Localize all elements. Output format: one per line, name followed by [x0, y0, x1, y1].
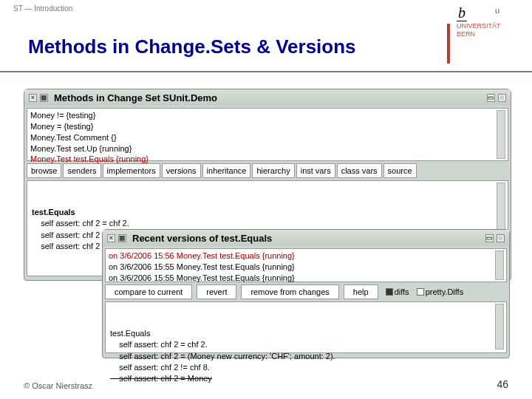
expand-icon[interactable]: ○	[497, 234, 505, 242]
scrollbar[interactable]	[495, 250, 504, 280]
footer-page-number: 46	[497, 378, 508, 390]
methods-list[interactable]: Money != {testing}Money = {testing}Money…	[27, 108, 508, 161]
close-icon[interactable]: ×	[107, 234, 115, 242]
slide-header: ST — Introduction Methods in Change.Sets…	[0, 0, 532, 72]
code-method-name: test.Equals	[32, 207, 503, 218]
list-item[interactable]: Money.Test set.Up {running}	[30, 143, 505, 154]
code-line: self assert: chf 2 = (Money new currency…	[110, 351, 502, 362]
methods-titlebar[interactable]: × ▦ Methods in Change Set SUnit.Demo ▭ ○	[24, 89, 511, 106]
methods-button-row: browsesendersimplementorsversionsinherit…	[27, 163, 508, 178]
versions-code-pane[interactable]: test.Equals self assert: chf 2 = chf 2. …	[105, 301, 507, 353]
menu-icon[interactable]: ▦	[40, 94, 48, 102]
code-line-removed: self assert: chf 2 = Money	[110, 373, 502, 384]
versions-button[interactable]: versions	[162, 163, 201, 178]
remove-from-changes-button[interactable]: remove from changes	[241, 284, 338, 299]
footer-author: © Oscar Nierstrasz	[24, 381, 92, 390]
compare-to-current-button[interactable]: compare to current	[105, 284, 192, 299]
inheritance-button[interactable]: inheritance	[202, 163, 251, 178]
pretty.Diffs-toggle[interactable]: pretty.Diffs	[417, 287, 464, 296]
collapse-icon[interactable]: ▭	[487, 94, 495, 102]
list-item[interactable]: Money.Test test.Equals {running}	[30, 154, 505, 165]
uni-logo: u b UNIVERSITÄT BERN	[457, 4, 516, 38]
senders-button[interactable]: senders	[63, 163, 100, 178]
list-item[interactable]: on 3/6/2006 15:55 Money.Test test.Equals…	[109, 273, 503, 284]
list-item[interactable]: Money != {testing}	[30, 110, 505, 121]
scrollbar[interactable]	[495, 304, 504, 349]
versions-titlebar[interactable]: × ▦ Recent versions of test.Equals ▭ ○	[103, 230, 509, 246]
page-title: Methods in Change.Sets & Versions	[28, 35, 356, 58]
collapse-icon[interactable]: ▭	[485, 234, 494, 242]
methods-title: Methods in Change Set SUnit.Demo	[51, 92, 484, 103]
source-button[interactable]: source	[383, 163, 417, 178]
versions-list[interactable]: on 3/6/2006 15:56 Money.Test test.Equals…	[105, 248, 507, 282]
inst-vars-button[interactable]: inst vars	[296, 163, 335, 178]
class-vars-button[interactable]: class vars	[337, 163, 382, 178]
code-line: self assert: chf 2 != chf 8.	[110, 362, 502, 373]
list-item[interactable]: on 3/6/2006 15:56 Money.Test test.Equals…	[109, 250, 503, 262]
code-line: self assert: chf 2 = chf 2.	[110, 339, 502, 350]
help-button[interactable]: help	[344, 284, 378, 299]
list-item[interactable]: Money.Test Comment {}	[30, 132, 505, 143]
checkbox-icon[interactable]	[386, 288, 393, 296]
breadcrumb: ST — Introduction	[13, 4, 72, 13]
browse-button[interactable]: browse	[27, 163, 61, 178]
accent-bar	[447, 24, 450, 64]
versions-window: × ▦ Recent versions of test.Equals ▭ ○ o…	[102, 229, 510, 358]
menu-icon[interactable]: ▦	[118, 234, 126, 242]
list-item[interactable]: Money = {testing}	[30, 121, 505, 132]
code-line: self assert: chf 2 = chf 2.	[32, 218, 503, 229]
diffs-toggle[interactable]: diffs	[386, 287, 409, 296]
checkbox-icon[interactable]	[417, 288, 424, 296]
implementors-button[interactable]: implementors	[103, 163, 160, 178]
expand-icon[interactable]: ○	[498, 94, 506, 102]
hierarchy-button[interactable]: hierarchy	[252, 163, 294, 178]
versions-button-row: compare to currentrevertremove from chan…	[105, 284, 507, 299]
code-method-name: test.Equals	[110, 328, 502, 339]
versions-title: Recent versions of test.Equals	[129, 233, 482, 244]
scrollbar[interactable]	[497, 110, 505, 159]
revert-button[interactable]: revert	[197, 284, 236, 299]
list-item[interactable]: on 3/6/2006 15:55 Money.Test test.Equals…	[109, 262, 503, 273]
close-icon[interactable]: ×	[29, 94, 37, 102]
